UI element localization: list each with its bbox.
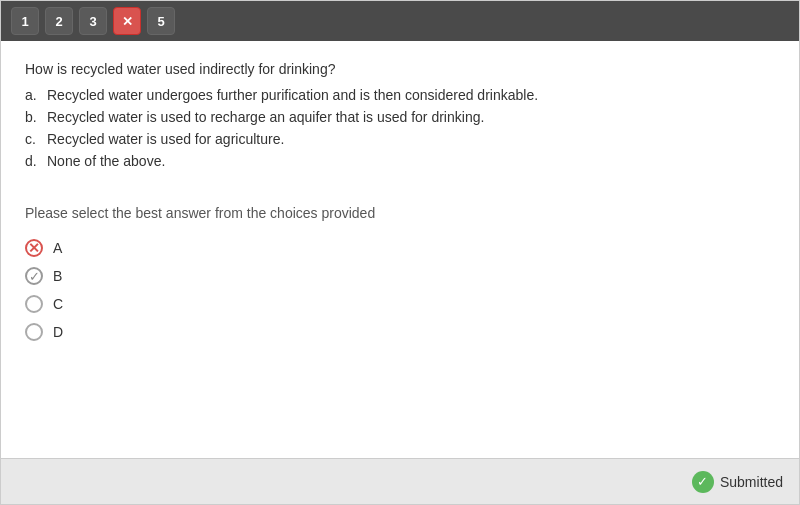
choice-letter-2: c. [25,131,47,147]
choice-text-2: Recycled water is used for agriculture. [47,131,284,147]
radio-none-2[interactable] [25,295,43,313]
checkmark-icon: ✓ [29,269,40,284]
choice-text-1: Recycled water is used to recharge an aq… [47,109,484,125]
answer-label-c: C [53,296,63,312]
nav-button-1[interactable]: 1 [11,7,39,35]
submitted-label: Submitted [720,474,783,490]
bottom-bar: ✓ Submitted [1,458,799,504]
choice-item-0: a. Recycled water undergoes further puri… [25,87,775,103]
choices-list: a. Recycled water undergoes further puri… [25,87,775,175]
radio-correct-1[interactable]: ✓ [25,267,43,285]
answer-option-c[interactable]: C [25,295,775,313]
choice-text-3: None of the above. [47,153,165,169]
radio-none-3[interactable] [25,323,43,341]
submitted-badge: ✓ Submitted [692,471,783,493]
content-area: How is recycled water used indirectly fo… [1,41,799,458]
choice-item-3: d. None of the above. [25,153,775,169]
choice-letter-0: a. [25,87,47,103]
choice-item-1: b. Recycled water is used to recharge an… [25,109,775,125]
answer-label-d: D [53,324,63,340]
answer-options: ✕ A ✓ BCD [25,239,775,341]
top-navigation-bar: 123✕5 [1,1,799,41]
nav-button-4[interactable]: ✕ [113,7,141,35]
choice-item-2: c. Recycled water is used for agricultur… [25,131,775,147]
x-mark-icon: ✕ [28,240,40,256]
nav-button-3[interactable]: 3 [79,7,107,35]
answer-label-a: A [53,240,62,256]
nav-button-2[interactable]: 2 [45,7,73,35]
radio-incorrect-0[interactable]: ✕ [25,239,43,257]
choice-text-0: Recycled water undergoes further purific… [47,87,538,103]
choice-letter-1: b. [25,109,47,125]
choice-letter-3: d. [25,153,47,169]
instruction-text: Please select the best answer from the c… [25,205,775,221]
answer-option-b[interactable]: ✓ B [25,267,775,285]
submitted-check-icon: ✓ [692,471,714,493]
nav-button-5[interactable]: 5 [147,7,175,35]
main-container: 123✕5 How is recycled water used indirec… [0,0,800,505]
answer-option-d[interactable]: D [25,323,775,341]
answer-label-b: B [53,268,62,284]
answer-option-a[interactable]: ✕ A [25,239,775,257]
question-text: How is recycled water used indirectly fo… [25,61,775,77]
